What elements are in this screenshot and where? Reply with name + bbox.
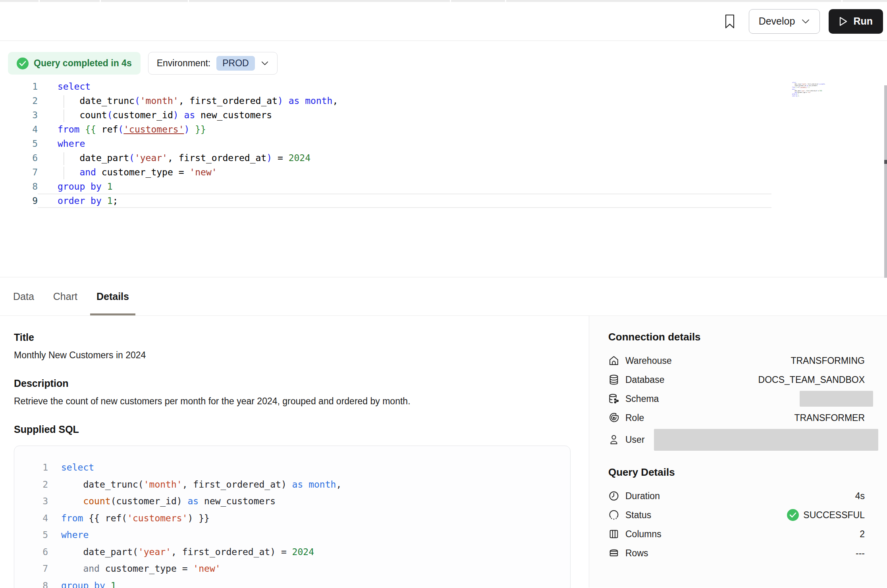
detail-row-label: User	[625, 434, 645, 445]
line-number: 4	[0, 122, 38, 136]
warehouse-icon	[608, 355, 619, 366]
description-heading: Description	[14, 378, 571, 389]
tab-details[interactable]: Details	[96, 277, 129, 315]
code-line: 6 date_part('year', first_ordered_at) = …	[14, 544, 570, 561]
detail-row-label: Schema	[625, 394, 659, 404]
supplied-sql-heading: Supplied SQL	[14, 424, 571, 435]
detail-row-value: 4s	[855, 491, 865, 502]
line-number: 7	[14, 560, 48, 577]
line-number: 5	[14, 527, 48, 544]
editor-scrollbar[interactable]	[884, 85, 887, 278]
detail-row-label: Duration	[625, 491, 660, 502]
detail-row-value: ---	[856, 548, 865, 559]
environment-value-pill: PROD	[216, 56, 255, 71]
line-number: 4	[14, 510, 48, 527]
code-line: 7 and customer_type = 'new'	[0, 165, 887, 179]
line-number: 1	[0, 79, 38, 94]
code-line: 5where	[14, 527, 570, 544]
line-number: 8	[14, 577, 48, 588]
detail-row-user: User	[608, 427, 865, 452]
chevron-down-icon	[801, 19, 810, 24]
line-number: 2	[0, 94, 38, 108]
line-number: 3	[14, 493, 48, 510]
top-tab-strip	[0, 0, 887, 2]
editor-code[interactable]: 1select2 date_trunc('month', first_order…	[0, 77, 887, 208]
detail-row-label: Warehouse	[625, 355, 672, 366]
sql-editor[interactable]: 1select2 date_trunc('month', first_order…	[0, 77, 887, 277]
detail-row-label: Database	[625, 375, 664, 385]
detail-row-value: TRANSFORMER	[794, 413, 865, 423]
line-number: 7	[0, 165, 38, 179]
code-line: 1select	[14, 459, 570, 476]
detail-row-value	[800, 391, 865, 407]
query-status-text: Query completed in 4s	[34, 58, 132, 69]
line-number: 6	[0, 151, 38, 165]
detail-row-label: Role	[625, 413, 644, 423]
code-line: 7 and customer_type = 'new'	[14, 560, 570, 577]
detail-row-value: SUCCESSFUL	[787, 509, 865, 521]
supplied-sql-code: 1select2 date_trunc('month', first_order…	[14, 459, 570, 588]
line-number: 1	[14, 459, 48, 476]
bookmark-button[interactable]	[719, 9, 741, 34]
tab-chart[interactable]: Chart	[53, 277, 77, 315]
detail-row-warehouse: Warehouse TRANSFORMING	[608, 351, 865, 370]
detail-row-columns: Columns 2	[608, 525, 865, 544]
detail-row-database: Database DOCS_TEAM_SANDBOX	[608, 370, 865, 389]
detail-row-label: Columns	[625, 529, 661, 540]
line-number: 5	[0, 136, 38, 151]
code-line: 9order by 1;	[0, 194, 887, 208]
status-circle-icon	[608, 509, 619, 521]
line-number: 9	[0, 194, 38, 208]
detail-row-value: DOCS_TEAM_SANDBOX	[758, 375, 865, 385]
success-check-icon	[787, 509, 799, 521]
title-heading: Title	[14, 332, 571, 343]
editor-minimap[interactable]: 1select2 date_trunc('month', first_order…	[792, 81, 838, 105]
detail-row-value: 2	[860, 529, 865, 540]
query-metadata-pane: Title Monthly New Customers in 2024 Desc…	[0, 316, 589, 588]
detail-row-value: TRANSFORMING	[791, 355, 865, 366]
code-line: 2 date_trunc('month', first_ordered_at) …	[14, 476, 570, 493]
redacted-value	[800, 391, 873, 407]
chevron-down-icon	[261, 61, 269, 66]
code-line: 8group by 1	[0, 179, 887, 194]
line-number: 6	[14, 544, 48, 561]
code-line: 2 date_trunc('month', first_ordered_at) …	[0, 94, 887, 108]
role-icon	[608, 412, 619, 423]
title-value: Monthly New Customers in 2024	[14, 350, 571, 361]
supplied-sql-card: 1select2 date_trunc('month', first_order…	[14, 446, 571, 588]
tab-data[interactable]: Data	[13, 277, 34, 315]
environment-selector[interactable]: Environment: PROD	[148, 52, 278, 75]
detail-row-duration: Duration 4s	[608, 486, 865, 505]
line-number: 2	[14, 476, 48, 493]
schema-icon	[608, 393, 619, 404]
code-line: 8group by 1	[14, 577, 570, 588]
develop-menu-button[interactable]: Develop	[749, 9, 820, 34]
query-status-bar: Query completed in 4s Environment: PROD	[0, 41, 887, 77]
code-line: 4from {{ ref('customers') }}	[0, 122, 887, 136]
details-panel: Title Monthly New Customers in 2024 Desc…	[0, 316, 887, 588]
code-line: 4from {{ ref('customers') }}	[14, 510, 570, 527]
run-label: Run	[853, 15, 873, 27]
editor-code[interactable]: 1select2 date_trunc('month', first_order…	[792, 81, 837, 97]
run-button[interactable]: Run	[829, 9, 883, 34]
connection-details-heading: Connection details	[608, 331, 865, 343]
detail-row-value	[654, 429, 865, 451]
scrollbar-thumb[interactable]	[884, 160, 887, 164]
code-line: 3 count(customer_id) as new_customers	[0, 108, 887, 122]
clock-icon	[608, 490, 619, 502]
detail-row-rows: Rows ---	[608, 544, 865, 563]
code-line: 1select	[0, 79, 887, 94]
connection-details-pane: Connection details Warehouse TRANSFORMIN…	[589, 316, 887, 588]
detail-row-label: Rows	[625, 548, 648, 559]
detail-row-label: Status	[625, 510, 651, 521]
toolbar: Develop Run	[0, 2, 887, 41]
query-status-badge: Query completed in 4s	[8, 52, 141, 75]
code-line: 6 date_part('year', first_ordered_at) = …	[0, 151, 887, 165]
database-icon	[608, 374, 619, 385]
environment-label: Environment:	[157, 58, 211, 69]
query-details-heading: Query Details	[608, 466, 865, 478]
detail-row-schema: Schema	[608, 389, 865, 408]
columns-icon	[608, 528, 619, 540]
bookmark-icon	[724, 14, 736, 29]
line-number: 8	[0, 179, 38, 194]
